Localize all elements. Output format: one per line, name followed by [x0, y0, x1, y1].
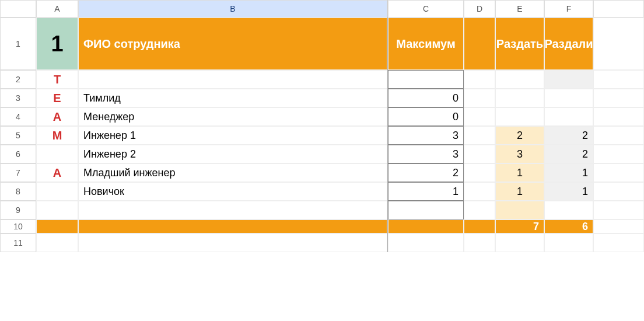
- cell-rest-7[interactable]: [593, 163, 644, 182]
- rowhead-2[interactable]: 2: [0, 70, 36, 89]
- cell-E7[interactable]: 1: [495, 163, 544, 182]
- cell-E8[interactable]: 1: [495, 182, 544, 201]
- cell-D7[interactable]: [464, 163, 495, 182]
- cell-A11[interactable]: [36, 233, 78, 252]
- cell-E2[interactable]: [495, 70, 544, 89]
- cell-E3[interactable]: [495, 89, 544, 107]
- cell-B5[interactable]: Инженер 1: [78, 126, 387, 145]
- cell-A1[interactable]: 1: [36, 18, 78, 70]
- cell-D2[interactable]: [464, 70, 495, 89]
- cell-E11[interactable]: [495, 233, 544, 252]
- rowhead-4[interactable]: 4: [0, 107, 36, 126]
- cell-E5[interactable]: 2: [495, 126, 544, 145]
- rowhead-1[interactable]: 1: [0, 18, 36, 70]
- cell-rest-11[interactable]: [593, 233, 644, 252]
- cell-C3[interactable]: 0: [388, 89, 464, 107]
- cell-B8[interactable]: Новичок: [78, 182, 387, 201]
- cell-A8[interactable]: [36, 182, 78, 201]
- cell-D4[interactable]: [464, 107, 495, 126]
- cell-D1[interactable]: [464, 18, 495, 70]
- cell-E4[interactable]: [495, 107, 544, 126]
- cell-B2[interactable]: [78, 70, 387, 89]
- cell-F6[interactable]: 2: [544, 145, 593, 163]
- colhead-D[interactable]: D: [464, 0, 495, 18]
- cell-C6[interactable]: 3: [388, 145, 464, 163]
- cell-F11[interactable]: [544, 233, 593, 252]
- cell-B7[interactable]: Младший инженер: [78, 163, 387, 182]
- cell-A2[interactable]: T: [36, 70, 78, 89]
- cell-rest-6[interactable]: [593, 145, 644, 163]
- cell-rest-2[interactable]: [593, 70, 644, 89]
- cell-A4[interactable]: A: [36, 107, 78, 126]
- cell-rest-3[interactable]: [593, 89, 644, 107]
- cell-D8[interactable]: [464, 182, 495, 201]
- cell-rest-8[interactable]: [593, 182, 644, 201]
- cell-D5[interactable]: [464, 126, 495, 145]
- cell-C9[interactable]: [388, 201, 464, 219]
- colhead-rest[interactable]: [593, 0, 644, 18]
- cell-rest-4[interactable]: [593, 107, 644, 126]
- cell-D3[interactable]: [464, 89, 495, 107]
- cell-A6[interactable]: [36, 145, 78, 163]
- cell-C4[interactable]: 0: [388, 107, 464, 126]
- cell-F1[interactable]: Раздали: [544, 18, 593, 70]
- cell-D11[interactable]: [464, 233, 495, 252]
- cell-D10[interactable]: [464, 219, 495, 233]
- cell-E10[interactable]: 7: [495, 219, 544, 233]
- cell-F8[interactable]: 1: [544, 182, 593, 201]
- cell-B1[interactable]: ФИО сотрудника: [78, 18, 387, 70]
- colhead-C[interactable]: C: [388, 0, 464, 18]
- rowhead-10[interactable]: 10: [0, 219, 36, 233]
- cell-B3[interactable]: Тимлид: [78, 89, 387, 107]
- rowhead-5[interactable]: 5: [0, 126, 36, 145]
- cell-C8[interactable]: 1: [388, 182, 464, 201]
- rowhead-3[interactable]: 3: [0, 89, 36, 107]
- cell-E6[interactable]: 3: [495, 145, 544, 163]
- colhead-F[interactable]: F: [544, 0, 593, 18]
- cell-B4[interactable]: Менеджер: [78, 107, 387, 126]
- cell-F7[interactable]: 1: [544, 163, 593, 182]
- cell-F10[interactable]: 6: [544, 219, 593, 233]
- cell-B9[interactable]: [78, 201, 387, 219]
- cell-F9[interactable]: [544, 201, 593, 219]
- rowhead-11[interactable]: 11: [0, 233, 36, 252]
- rowhead-6[interactable]: 6: [0, 145, 36, 163]
- cell-D6[interactable]: [464, 145, 495, 163]
- cell-F5[interactable]: 2: [544, 126, 593, 145]
- cell-C11[interactable]: [388, 233, 464, 252]
- cell-rest-9[interactable]: [593, 201, 644, 219]
- colhead-A[interactable]: A: [36, 0, 78, 18]
- cell-E9[interactable]: [495, 201, 544, 219]
- cell-A5[interactable]: M: [36, 126, 78, 145]
- cell-A3[interactable]: E: [36, 89, 78, 107]
- colhead-E[interactable]: E: [495, 0, 544, 18]
- cell-C10[interactable]: [388, 219, 464, 233]
- colhead-B[interactable]: B: [78, 0, 387, 18]
- cell-F4[interactable]: [544, 107, 593, 126]
- cell-B10[interactable]: [78, 219, 387, 233]
- cell-A7[interactable]: A: [36, 163, 78, 182]
- cell-rest-5[interactable]: [593, 126, 644, 145]
- cell-D9[interactable]: [464, 201, 495, 219]
- cell-C1[interactable]: Максимум: [388, 18, 464, 70]
- rowhead-7[interactable]: 7: [0, 163, 36, 182]
- cell-C7[interactable]: 2: [388, 163, 464, 182]
- cell-F2[interactable]: [544, 70, 593, 89]
- cell-C5[interactable]: 3: [388, 126, 464, 145]
- cell-E1[interactable]: Раздать: [495, 18, 544, 70]
- rowhead-9[interactable]: 9: [0, 201, 36, 219]
- cell-rest-1[interactable]: [593, 18, 644, 70]
- spreadsheet-grid[interactable]: A B C D E F 1 1 ФИО сотрудника Максимум …: [0, 0, 644, 252]
- cell-F3[interactable]: [544, 89, 593, 107]
- cell-rest-10[interactable]: [593, 219, 644, 233]
- cell-B6[interactable]: Инженер 2: [78, 145, 387, 163]
- cell-C2[interactable]: [388, 70, 464, 89]
- cell-A9[interactable]: [36, 201, 78, 219]
- rowhead-8[interactable]: 8: [0, 182, 36, 201]
- corner-cell[interactable]: [0, 0, 36, 18]
- cell-B11[interactable]: [78, 233, 387, 252]
- cell-A10[interactable]: [36, 219, 78, 233]
